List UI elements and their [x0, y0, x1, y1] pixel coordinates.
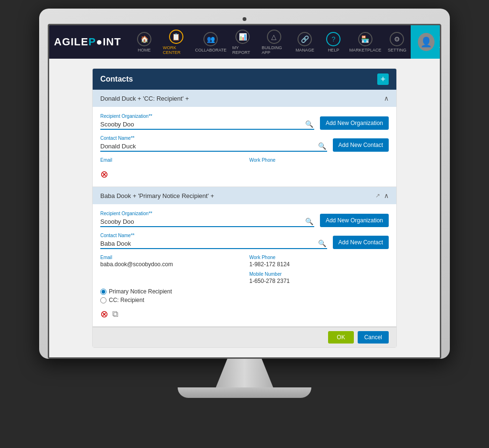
- email-group-2: Email baba.dook@scoobydoo.com: [100, 255, 240, 268]
- radio-cc-input[interactable]: [100, 297, 106, 303]
- add-new-contact-button-2[interactable]: Add New Contact: [333, 236, 389, 249]
- info-row-2: Email baba.dook@scoobydoo.com Work Phone…: [100, 255, 389, 268]
- contact-section-1: Donald Duck + 'CC: Recipient' + ∧ Recipi…: [93, 90, 396, 187]
- nav-help[interactable]: ? HELP: [319, 29, 347, 55]
- avatar: 👤: [418, 33, 435, 51]
- recipient-org-input-wrapper-2: 🔍: [100, 218, 314, 227]
- contact-name-input-2[interactable]: [100, 240, 317, 247]
- radio-group-2: Primary Notice Recipient CC: Recipient: [100, 288, 389, 303]
- form-row-contact-1: Contact Name* 🔍 Add New Contact: [100, 135, 389, 152]
- nav-home[interactable]: 🏠 HOME: [130, 29, 158, 55]
- chevron-up-icon-2: ∧: [384, 192, 389, 199]
- setting-icon: ⚙: [390, 32, 404, 46]
- contact-section-2: Baba Dook + 'Primary Notice Recipient' +…: [93, 187, 396, 327]
- mobile-group-2: Mobile Number 1-650-278 2371: [249, 271, 389, 284]
- work-phone-label-1: Work Phone: [249, 157, 389, 163]
- top-navigation: AGILEP●INT 🏠 HOME 📋 WORK CENTER 👥 COLLAB: [49, 25, 440, 59]
- form-group-contact-2: Contact Name* 🔍: [100, 233, 327, 249]
- nav-work-center[interactable]: 📋 WORK CENTER: [159, 27, 193, 58]
- delete-button-2[interactable]: ⊗: [100, 308, 108, 320]
- nav-marketplace[interactable]: 🏪 MARKETPLACE: [348, 29, 382, 55]
- user-area[interactable]: 👤 Lilly Allen: [411, 25, 441, 59]
- recipient-org-label-1: Recipient Organization*: [100, 114, 314, 119]
- email-value-2: baba.dook@scoobydoo.com: [100, 261, 240, 268]
- work-phone-label-2: Work Phone: [249, 255, 389, 260]
- screen: AGILEP●INT 🏠 HOME 📋 WORK CENTER 👥 COLLAB: [48, 24, 441, 359]
- work-center-icon: 📋: [169, 30, 183, 44]
- work-phone-group-2: Work Phone 1-982-172 8124: [249, 255, 389, 268]
- footer-bar: OK Cancel: [93, 327, 396, 347]
- chevron-up-icon-1: ∧: [384, 94, 389, 102]
- contact-name-input-wrapper-2: 🔍: [100, 240, 327, 249]
- radio-primary-input[interactable]: [100, 289, 106, 295]
- email-label-1: Email: [100, 157, 240, 163]
- home-icon: 🏠: [137, 32, 151, 46]
- work-phone-value-2: 1-982-172 8124: [249, 261, 389, 268]
- stand-neck: [216, 359, 273, 387]
- contacts-panel: Contacts + Donald Duck + 'CC: Recipient'…: [92, 68, 397, 348]
- contact-section-2-header[interactable]: Baba Dook + 'Primary Notice Recipient' +…: [93, 187, 396, 204]
- org-search-button-2[interactable]: 🔍: [304, 218, 314, 225]
- org-search-button-1[interactable]: 🔍: [304, 120, 314, 128]
- contact-search-button-2[interactable]: 🔍: [317, 240, 327, 247]
- form-group-org-2: Recipient Organization* 🔍: [100, 211, 314, 227]
- recipient-org-label-2: Recipient Organization*: [100, 211, 314, 216]
- marketplace-icon: 🏪: [358, 32, 372, 46]
- ok-button[interactable]: OK: [328, 331, 353, 344]
- contact-section-1-header[interactable]: Donald Duck + 'CC: Recipient' + ∧: [93, 90, 396, 107]
- form-row-org-1: Recipient Organization* 🔍 Add New Organi…: [100, 114, 389, 130]
- collaborate-icon: 👥: [203, 32, 218, 46]
- mobile-value-2: 1-650-278 2371: [249, 278, 389, 284]
- add-contact-section-button[interactable]: +: [377, 73, 389, 85]
- contact-section-1-body: Recipient Organization* 🔍 Add New Organi…: [93, 107, 396, 187]
- recipient-org-input-1[interactable]: [100, 121, 304, 128]
- add-new-contact-button-1[interactable]: Add New Contact: [333, 138, 389, 152]
- contact-name-input-wrapper-1: 🔍: [100, 142, 327, 152]
- form-group-contact-1: Contact Name* 🔍: [100, 135, 327, 152]
- contact-section-2-title: Baba Dook + 'Primary Notice Recipient' +: [100, 192, 214, 199]
- contact-name-label-1: Contact Name*: [100, 135, 327, 141]
- help-icon: ?: [326, 32, 340, 46]
- info-row-mobile-2: Mobile Number 1-650-278 2371: [100, 271, 389, 284]
- nav-setting[interactable]: ⚙ SETTING: [383, 29, 411, 55]
- form-row-org-2: Recipient Organization* 🔍 Add New Organi…: [100, 211, 389, 227]
- contact-name-input-1[interactable]: [100, 143, 317, 150]
- user-name: Lilly Allen: [439, 35, 441, 49]
- form-row-contact-2: Contact Name* 🔍 Add New Contact: [100, 233, 389, 249]
- monitor-stand: [39, 359, 450, 398]
- recipient-org-input-2[interactable]: [100, 218, 304, 225]
- delete-button-1[interactable]: ⊗: [100, 168, 108, 180]
- building-app-icon: △: [267, 30, 281, 44]
- nav-collaborate[interactable]: 👥 COLLABORATE: [194, 29, 227, 55]
- action-icons-2: ⊗ ⧉: [100, 308, 389, 320]
- camera-dot: [243, 17, 246, 21]
- stand-base: [178, 387, 311, 398]
- email-group-1: Email: [100, 157, 240, 164]
- action-icons-1: ⊗: [100, 168, 389, 180]
- section-2-controls: ↗ ∧: [375, 192, 389, 199]
- radio-primary-label[interactable]: Primary Notice Recipient: [100, 288, 389, 295]
- recipient-org-input-wrapper-1: 🔍: [100, 120, 314, 130]
- copy-button-2[interactable]: ⧉: [112, 309, 118, 319]
- email-label-2: Email: [100, 255, 240, 260]
- add-new-org-button-2[interactable]: Add New Organization: [320, 214, 389, 227]
- contact-search-button-1[interactable]: 🔍: [317, 142, 327, 150]
- cancel-button[interactable]: Cancel: [358, 331, 389, 344]
- cursor-indicator: ↗: [375, 192, 380, 199]
- add-new-org-button-1[interactable]: Add New Organization: [320, 116, 389, 130]
- nav-items: 🏠 HOME 📋 WORK CENTER 👥 COLLABORATE 📊 MY …: [130, 27, 411, 58]
- manage-icon: 🔗: [298, 32, 312, 46]
- nav-building-app[interactable]: △ BUILDING APP: [258, 27, 290, 58]
- contact-section-1-title: Donald Duck + 'CC: Recipient' +: [100, 95, 189, 102]
- contacts-title: Contacts: [100, 75, 133, 83]
- logo-text: AGILEP●INT: [54, 36, 121, 48]
- my-report-icon: 📊: [235, 30, 250, 44]
- nav-manage[interactable]: 🔗 MANAGE: [291, 29, 319, 55]
- form-group-org-1: Recipient Organization* 🔍: [100, 114, 314, 130]
- contact-name-label-2: Contact Name*: [100, 233, 327, 238]
- mobile-label-2: Mobile Number: [249, 271, 389, 277]
- nav-my-report[interactable]: 📊 MY REPORT: [228, 27, 257, 58]
- radio-cc-label[interactable]: CC: Recipient: [100, 297, 389, 303]
- contacts-header: Contacts +: [93, 69, 396, 90]
- content-area: Contacts + Donald Duck + 'CC: Recipient'…: [49, 59, 440, 357]
